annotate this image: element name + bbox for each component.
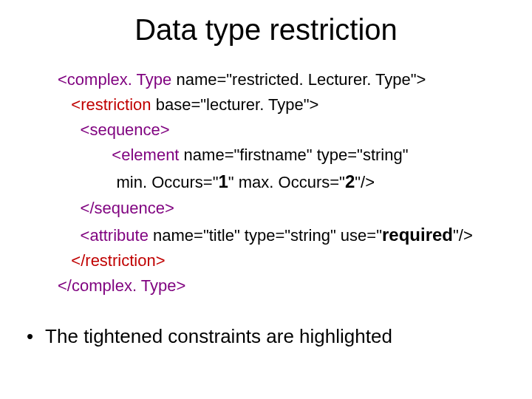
code-tag: </complex. Type>: [58, 276, 185, 295]
code-text: " max. Occurs=": [228, 173, 345, 191]
bullet-item: •The tightened constraints are highlight…: [27, 325, 510, 348]
highlighted-value: 1: [218, 171, 228, 191]
code-tag: <element: [112, 146, 183, 164]
code-text: base="lecturer. Type">: [156, 95, 319, 114]
highlighted-value: 2: [345, 171, 355, 191]
code-block: <complex. Type name="restricted. Lecture…: [58, 67, 510, 299]
code-text: "/>: [355, 173, 375, 191]
code-tag: <restriction: [71, 95, 155, 114]
slide-title: Data type restriction: [22, 13, 510, 47]
code-tag: <attribute: [81, 226, 153, 245]
code-tag: <complex. Type: [58, 70, 176, 89]
code-text: name="title" type="string" use=": [153, 226, 382, 245]
code-tag: </sequence>: [81, 199, 174, 217]
code-text: min. Occurs=": [116, 173, 218, 191]
code-text: "/>: [453, 226, 473, 245]
code-tag: <sequence>: [81, 120, 170, 139]
code-tag: </restriction>: [71, 251, 165, 270]
bullet-text: The tightened constraints are highlighte…: [45, 325, 392, 347]
code-text: name="restricted. Lecturer. Type">: [176, 70, 426, 89]
code-text: name="firstname" type="string": [184, 146, 409, 164]
highlighted-value: required: [382, 225, 453, 245]
slide: Data type restriction <complex. Type nam…: [0, 0, 532, 399]
bullet-dot: •: [27, 325, 33, 347]
